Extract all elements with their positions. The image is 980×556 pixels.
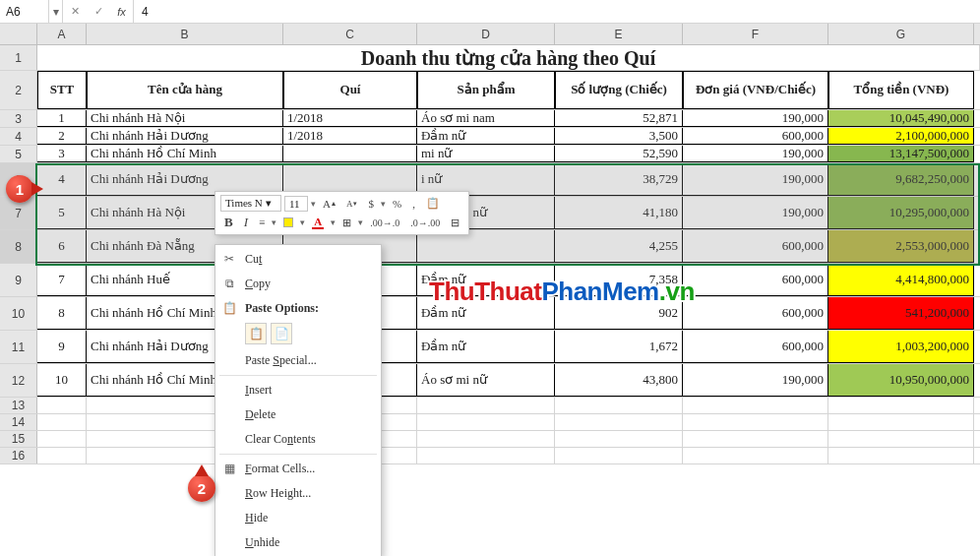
cell[interactable]: 190,000 <box>683 146 828 162</box>
cell[interactable]: Áo sơ mi nữ <box>417 364 555 397</box>
cell[interactable]: 10,295,000,000 <box>828 197 974 229</box>
column-header-e[interactable]: E <box>555 24 683 44</box>
cell[interactable]: 1 <box>37 110 87 127</box>
name-box[interactable]: A6 <box>0 0 49 23</box>
cell[interactable]: Chi nhánh Hồ Chí Minh <box>87 146 283 162</box>
row-header[interactable]: 14 <box>0 414 37 430</box>
cell[interactable] <box>828 414 974 430</box>
header-ten[interactable]: Tên cửa hàng <box>87 71 283 109</box>
fill-color-button[interactable] <box>279 216 297 228</box>
font-color-button[interactable]: A <box>308 215 328 230</box>
cell[interactable]: 1/2018 <box>283 110 417 127</box>
menu-delete[interactable]: Delete <box>215 402 381 427</box>
cell[interactable]: 2,100,000,000 <box>828 128 974 145</box>
dropdown-icon[interactable]: ▾ <box>381 199 386 209</box>
cell[interactable]: 190,000 <box>683 364 828 397</box>
menu-cut[interactable]: ✂Cut <box>215 247 381 272</box>
cell[interactable] <box>683 431 828 447</box>
cell[interactable] <box>683 414 828 430</box>
menu-unhide[interactable]: Unhide <box>215 530 381 555</box>
cell[interactable]: 38,729 <box>555 163 683 196</box>
row-header[interactable]: 16 <box>0 448 37 463</box>
row-header[interactable]: 15 <box>0 431 37 447</box>
select-all-corner[interactable] <box>0 24 37 44</box>
cell[interactable] <box>683 398 828 413</box>
dropdown-icon[interactable]: ▾ <box>358 217 363 227</box>
merge-center-icon[interactable]: ⊟ <box>447 216 463 230</box>
row-header[interactable]: 11 <box>0 331 37 363</box>
cell[interactable]: Đầm nữ <box>417 297 555 330</box>
row-header[interactable]: 1 <box>0 45 37 70</box>
cell[interactable] <box>37 414 87 430</box>
header-dg[interactable]: Đơn giá (VNĐ/Chiếc) <box>683 71 828 109</box>
cell[interactable]: 600,000 <box>683 264 828 296</box>
cell[interactable]: 4 <box>37 163 87 196</box>
title-cell[interactable]: Doanh thu từng cửa hàng theo Quí <box>37 45 980 70</box>
row-header[interactable]: 10 <box>0 297 37 330</box>
menu-row-height[interactable]: Row Height... <box>215 481 381 506</box>
cell[interactable]: 541,200,000 <box>828 297 974 330</box>
paste-option-icon[interactable]: 📋 <box>245 323 267 344</box>
align-center-icon[interactable]: ≡ <box>255 216 269 229</box>
row-header[interactable]: 13 <box>0 398 37 413</box>
cell[interactable]: 52,871 <box>555 110 683 127</box>
cell[interactable]: 52,590 <box>555 146 683 162</box>
italic-button[interactable]: I <box>240 214 252 231</box>
dropdown-icon[interactable]: ▾ <box>300 217 305 227</box>
row-header[interactable]: 12 <box>0 364 37 397</box>
cell[interactable]: 2,553,000,000 <box>828 230 974 263</box>
font-size-select[interactable]: 11 <box>284 196 308 212</box>
cell[interactable]: 190,000 <box>683 163 828 196</box>
cell[interactable] <box>37 448 87 463</box>
accounting-format-button[interactable]: $ <box>364 197 378 211</box>
header-tt[interactable]: Tổng tiền (VNĐ) <box>828 71 974 109</box>
fx-icon[interactable]: fx <box>110 0 134 23</box>
menu-insert[interactable]: Insert <box>215 378 381 402</box>
confirm-icon[interactable]: ✓ <box>87 0 110 23</box>
cell[interactable]: 10,045,490,000 <box>828 110 974 127</box>
cell[interactable]: 600,000 <box>683 230 828 263</box>
cell[interactable] <box>417 398 555 413</box>
menu-clear-contents[interactable]: Clear Contents <box>215 427 381 452</box>
header-stt[interactable]: STT <box>37 71 87 109</box>
cell[interactable] <box>555 431 683 447</box>
cell[interactable]: 600,000 <box>683 297 828 330</box>
dropdown-icon[interactable]: ▾ <box>272 217 276 227</box>
menu-hide[interactable]: Hide <box>215 506 381 530</box>
cell[interactable]: Đầm nữ <box>417 128 555 145</box>
cell[interactable]: 1,003,200,000 <box>828 331 974 363</box>
cell[interactable]: 3,500 <box>555 128 683 145</box>
cell[interactable]: 9,682,250,000 <box>828 163 974 196</box>
cell[interactable]: Áo sơ mi nam <box>417 110 555 127</box>
cell[interactable] <box>37 431 87 447</box>
cell[interactable]: 190,000 <box>683 197 828 229</box>
cell[interactable]: 43,800 <box>555 364 683 397</box>
row-header[interactable]: 4 <box>0 128 37 145</box>
cell[interactable]: 10,950,000,000 <box>828 364 974 397</box>
cell[interactable]: 3 <box>37 146 87 162</box>
column-header-b[interactable]: B <box>87 24 283 44</box>
column-header-c[interactable]: C <box>283 24 417 44</box>
column-header-f[interactable]: F <box>683 24 828 44</box>
cell[interactable]: 7,358 <box>555 264 683 296</box>
row-header[interactable]: 2 <box>0 71 37 109</box>
cancel-icon[interactable]: ✕ <box>63 0 87 23</box>
percent-format-button[interactable]: % <box>389 197 405 211</box>
cell[interactable] <box>417 448 555 463</box>
increase-font-button[interactable]: A▴ <box>319 197 339 211</box>
cell[interactable] <box>555 414 683 430</box>
formula-input[interactable]: 4 <box>134 0 980 23</box>
font-name-select[interactable]: Times N ▾ <box>220 195 281 212</box>
cell[interactable]: 9 <box>37 331 87 363</box>
cell[interactable]: 1/2018 <box>283 128 417 145</box>
cell[interactable]: 6 <box>37 230 87 263</box>
cell[interactable] <box>555 448 683 463</box>
cell[interactable] <box>417 431 555 447</box>
menu-format-cells[interactable]: ▦Format Cells... <box>215 457 381 481</box>
comma-format-button[interactable]: , <box>408 197 419 211</box>
cell[interactable]: 13,147,500,000 <box>828 146 974 162</box>
cell[interactable]: 7 <box>37 264 87 296</box>
column-header-a[interactable]: A <box>37 24 87 44</box>
cell[interactable]: Đầm nữ <box>417 331 555 363</box>
header-qui[interactable]: Quí <box>283 71 417 109</box>
